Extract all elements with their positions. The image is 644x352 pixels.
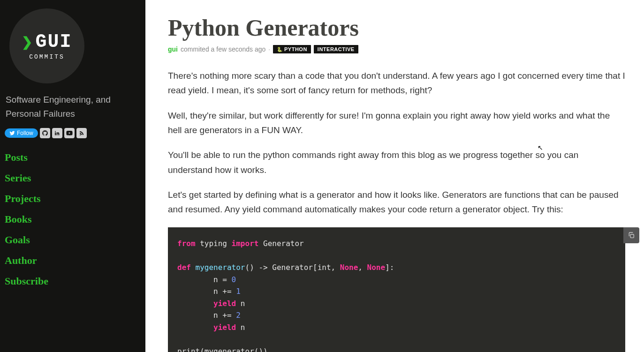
code-keyword: import (232, 239, 259, 248)
twitter-follow-button[interactable]: Follow (5, 128, 38, 138)
article-meta: gui commited a few seconds ago · PYTHON … (168, 45, 625, 53)
code-fn-name: mygenerator (191, 263, 245, 272)
code-number: 1 (236, 287, 241, 296)
rss-icon[interactable] (76, 128, 87, 138)
logo-text-gui: GUI (35, 31, 72, 52)
code-number: 2 (236, 311, 241, 320)
paragraph: Let's get started by defining what is a … (168, 187, 625, 217)
code-keyword: yield (213, 323, 236, 332)
linkedin-icon[interactable] (52, 128, 62, 138)
tag-interactive[interactable]: INTERACTIVE (314, 45, 358, 53)
nav-series[interactable]: Series (5, 172, 141, 184)
code-text: n += (177, 311, 236, 320)
nav-author[interactable]: Author (5, 255, 141, 267)
code-text: n (236, 299, 245, 308)
sidebar: ❯ GUI COMMITS Software Engineering, and … (0, 0, 145, 352)
code-keyword: from (177, 239, 196, 248)
code-block: from typing import Generator def mygener… (168, 227, 625, 352)
commit-time: commited a few seconds ago (181, 45, 265, 53)
paragraph: There's nothing more scary than a code t… (168, 68, 625, 98)
code-number: 0 (232, 275, 236, 284)
code-text: n = (177, 275, 232, 284)
code-keyword: None (367, 263, 386, 272)
code-keyword: yield (213, 299, 236, 308)
code-keyword: None (340, 263, 358, 272)
copy-code-button[interactable] (623, 227, 639, 243)
main-nav: Posts Series Projects Books Goals Author… (5, 151, 141, 287)
code-text (177, 323, 213, 332)
nav-goals[interactable]: Goals (5, 234, 141, 246)
code-text (177, 299, 213, 308)
github-icon[interactable] (40, 128, 50, 138)
paragraph: Well, they're similar, but work differen… (168, 108, 625, 138)
article-main: Python Generators gui commited a few sec… (145, 0, 644, 352)
meta-separator: · (268, 45, 270, 53)
code-text: ]: (385, 263, 394, 272)
copy-icon (628, 232, 635, 239)
svg-rect-0 (630, 234, 634, 238)
paragraph: You'll be able to run the python command… (168, 148, 625, 177)
nav-posts[interactable]: Posts (5, 151, 141, 164)
code-text: , (358, 263, 367, 272)
code-text: typing (196, 239, 232, 248)
article-title: Python Generators (168, 14, 625, 41)
site-tagline: Software Engineering, and Personal Failu… (5, 93, 141, 121)
site-logo[interactable]: ❯ GUI COMMITS (9, 8, 84, 83)
twitter-follow-label: Follow (17, 130, 33, 136)
code-text: print(mygenerator()) (177, 347, 268, 352)
chevron-right-icon: ❯ (22, 36, 32, 49)
youtube-icon[interactable] (64, 128, 75, 138)
author-name[interactable]: gui (168, 45, 178, 53)
code-text: n += (177, 287, 236, 296)
social-links: Follow (5, 128, 141, 138)
code-text: () -> Generator[int, (245, 263, 340, 272)
nav-books[interactable]: Books (5, 213, 141, 225)
tag-python[interactable]: PYTHON (273, 45, 311, 53)
code-keyword: def (177, 263, 191, 272)
logo-text-commits: COMMITS (29, 53, 65, 60)
code-text: n (236, 323, 245, 332)
code-text: Generator (258, 239, 303, 248)
nav-projects[interactable]: Projects (5, 193, 141, 205)
twitter-icon (9, 130, 15, 136)
article-body: There's nothing more scary than a code t… (168, 68, 625, 352)
nav-subscribe[interactable]: Subscribe (5, 275, 141, 287)
